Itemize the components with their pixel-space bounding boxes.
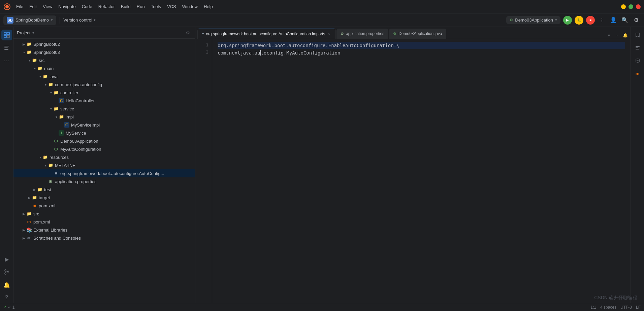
right-sidebar: m — [631, 27, 644, 303]
title-bar: File Edit View Navigate Code Refactor Bu… — [0, 0, 644, 13]
menu-edit[interactable]: Edit — [27, 3, 39, 10]
tree-item-target[interactable]: ▶ 📁 target — [13, 194, 195, 202]
panel-settings-icon[interactable]: ⚙ — [184, 29, 192, 36]
vcs-selector[interactable]: Version control ▾ — [63, 18, 96, 23]
tree-item-resources[interactable]: ▾ 📁 resources — [13, 153, 195, 161]
project-badge: SB — [7, 17, 13, 24]
tree-item-controller[interactable]: ▾ 📁 controller — [13, 89, 195, 97]
tree-item-src[interactable]: ▾ 📁 src — [13, 56, 195, 64]
stop-button[interactable]: ■ — [586, 16, 595, 25]
menu-tools[interactable]: Tools — [148, 3, 164, 10]
arrow: ▶ — [32, 187, 37, 192]
arrow-empty — [22, 219, 26, 224]
menu-code[interactable]: Code — [79, 3, 95, 10]
arrow-empty — [49, 147, 53, 151]
project-panel-icon[interactable] — [1, 30, 12, 40]
tree-item-external-libraries[interactable]: ▶ 📚 External Libraries — [13, 226, 195, 234]
tab-application[interactable]: ⚙ application.properties — [336, 29, 388, 39]
maximize-button[interactable] — [629, 4, 633, 9]
more-tools-icon[interactable]: ⋯ — [1, 55, 12, 66]
search-button[interactable]: 🔍 — [620, 16, 629, 25]
menu-vcs[interactable]: VCS — [164, 3, 179, 10]
more-actions-button[interactable]: ⋮ — [598, 16, 606, 25]
tab-demo03app[interactable]: ⚙ Demo03Application.java — [389, 29, 446, 39]
menu-help[interactable]: Help — [201, 3, 216, 10]
menu-window[interactable]: Window — [180, 3, 200, 10]
menu-run[interactable]: Run — [134, 3, 148, 10]
menu-bar: File Edit View Navigate Code Refactor Bu… — [13, 3, 621, 10]
menu-build[interactable]: Build — [118, 3, 133, 10]
menu-view[interactable]: View — [40, 3, 55, 10]
tree-item-com-nextjava[interactable]: ▾ 📁 com.nextjava.autoconfig — [13, 80, 195, 89]
folder-icon: 📁 — [37, 66, 42, 71]
svg-point-10 — [5, 273, 6, 274]
tree-item-src2[interactable]: ▶ 📁 src — [13, 210, 195, 218]
tree-label: controller — [60, 90, 78, 95]
tree-item-myserviceimpl[interactable]: C MyServiceImpl — [13, 121, 195, 129]
close-button[interactable] — [636, 4, 641, 9]
nav-separator — [60, 17, 60, 24]
debug-button[interactable]: 🐛 — [575, 16, 583, 25]
code-area[interactable]: org.springframework.boot.autoconfigure.E… — [212, 39, 631, 303]
tree-label: HelloController — [66, 98, 95, 103]
tree-item-java[interactable]: ▾ 📁 java — [13, 72, 195, 80]
line-col-status[interactable]: 1:1 — [590, 305, 596, 310]
java-class-icon: C — [64, 122, 69, 128]
tree-item-hellocontroller[interactable]: C HelloController — [13, 97, 195, 105]
user-icon[interactable]: 👤 — [609, 16, 618, 25]
git-icon[interactable] — [1, 267, 12, 277]
tree-item-myautoconfiguration[interactable]: ⚙ MyAutoConfiguration — [13, 145, 195, 153]
menu-navigate[interactable]: Navigate — [56, 3, 78, 10]
tree-item-test[interactable]: ▶ 📁 test — [13, 185, 195, 194]
run-play-icon: ▶ — [566, 18, 569, 22]
tree-item-pom-xml-root[interactable]: m pom.xml — [13, 218, 195, 226]
arrow: ▶ — [22, 42, 26, 46]
menu-refactor[interactable]: Refactor — [96, 3, 118, 10]
tree-label: org.springframework.boot.autoconfigure.A… — [60, 171, 164, 176]
arrow: ▶ — [22, 236, 26, 240]
run-config-selector[interactable]: ⚙ Demo03Application ▾ — [506, 16, 560, 24]
tab-dropdown-button[interactable]: ▾ — [606, 32, 612, 39]
run-panel-icon[interactable]: ▶ — [1, 254, 12, 265]
help-icon[interactable]: ? — [1, 292, 12, 303]
indent-status[interactable]: 4 spaces — [600, 305, 616, 310]
tree-item-myservice[interactable]: I MyService — [13, 129, 195, 137]
spring-icon: ⚙ — [53, 146, 59, 152]
tree-item-application-properties[interactable]: ⚙ application.properties — [13, 177, 195, 185]
line-sep-status[interactable]: LF — [636, 305, 641, 310]
structure-right-icon[interactable] — [632, 42, 643, 53]
editor[interactable]: 1 2 org.springframework.boot.autoconfigu… — [195, 39, 631, 303]
check-status[interactable]: ✓ ✓ 1 — [3, 305, 14, 310]
tree-item-main[interactable]: ▾ 📁 main — [13, 64, 195, 72]
encoding-status[interactable]: UTF-8 — [620, 305, 632, 310]
tree-item-scratches[interactable]: ▶ ✏ Scratches and Consoles — [13, 234, 195, 242]
tree-item-impl[interactable]: ▾ 📁 impl — [13, 113, 195, 121]
tab-imports-label: org.springframework.boot.autoconfigure.A… — [206, 32, 325, 36]
structure-panel-icon[interactable] — [1, 42, 12, 53]
notifications-tab-button[interactable]: 🔔 — [622, 32, 629, 39]
tree-item-pom-xml-sb03[interactable]: m pom.xml — [13, 202, 195, 210]
project-selector[interactable]: SB SpringBootDemo ▾ — [3, 15, 56, 25]
database-icon[interactable] — [632, 55, 643, 66]
tree-item-meta-inf[interactable]: ▾ 📁 META-INF — [13, 161, 195, 169]
settings-button[interactable]: ⚙ — [632, 16, 641, 25]
arrow-empty — [59, 123, 64, 127]
tab-imports-close[interactable]: × — [327, 32, 331, 36]
run-config-dropdown-icon: ▾ — [555, 18, 557, 22]
svg-rect-8 — [4, 49, 8, 50]
tree-item-imports-file[interactable]: ≡ org.springframework.boot.autoconfigure… — [13, 169, 195, 177]
tree-item-demo03application[interactable]: ⚙ Demo03Application — [13, 137, 195, 145]
folder-icon: 📁 — [53, 106, 59, 111]
tree-item-service[interactable]: ▾ 📁 service — [13, 105, 195, 113]
tree-item-springboot02[interactable]: ▶ 📁 SpringBoot02 — [13, 40, 195, 48]
tab-imports[interactable]: ≡ org.springframework.boot.autoconfigure… — [197, 29, 336, 39]
maven-right-icon[interactable]: m — [632, 68, 643, 79]
bookmark-icon[interactable] — [632, 30, 643, 40]
tree-item-springboot03[interactable]: ▾ 📁 SpringBoot03 — [13, 48, 195, 56]
tab-more-button[interactable]: ⋮ — [614, 32, 620, 39]
run-button[interactable]: ▶ — [563, 16, 572, 25]
notification-icon[interactable]: 🔔 — [1, 279, 12, 290]
tab-demo03app-icon: ⚙ — [393, 32, 396, 36]
menu-file[interactable]: File — [13, 3, 26, 10]
minimize-button[interactable] — [621, 4, 626, 9]
